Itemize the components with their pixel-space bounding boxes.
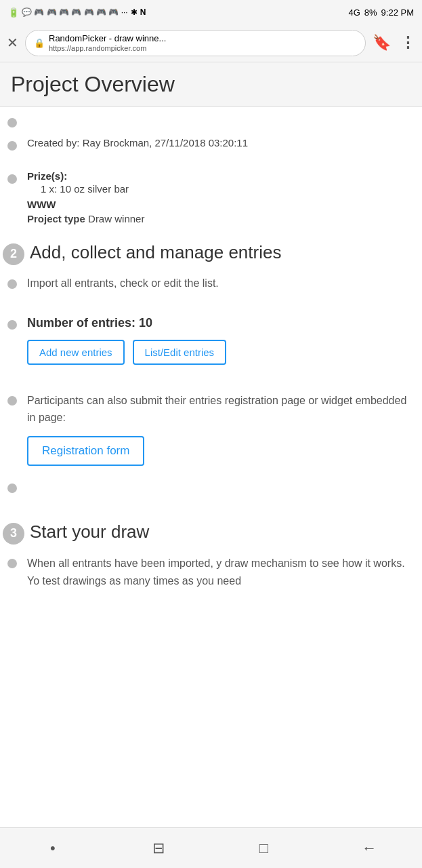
bluetooth-icon: ✱ bbox=[131, 7, 138, 17]
dot-row-1 bbox=[0, 107, 422, 134]
battery-icon: 🔋 bbox=[8, 7, 19, 18]
status-right: 4G 8% 9:22 PM bbox=[348, 7, 414, 18]
section-3-description: When all entrants have been imported, y … bbox=[27, 555, 411, 589]
bullet-dot bbox=[7, 396, 17, 406]
bullet-nav-icon[interactable]: • bbox=[36, 835, 70, 862]
bullet-dot bbox=[7, 174, 17, 184]
section2-desc-row: Import all entrants, check or edit the l… bbox=[0, 269, 422, 309]
entries-count-label: Number of entries: bbox=[27, 316, 135, 330]
lock-icon: 🔒 bbox=[34, 38, 45, 48]
project-type: Project type Draw winner bbox=[27, 213, 411, 224]
section-2-heading: Add, collect and manage entries bbox=[30, 242, 411, 263]
section-2-description: Import all entrants, check or edit the l… bbox=[27, 275, 411, 292]
bullet-dot bbox=[7, 279, 17, 289]
step-2-circle: 2 bbox=[3, 243, 24, 265]
bottom-nav: • ⊟ □ ← bbox=[0, 827, 422, 868]
entries-count-row: Number of entries: 10 Add new entries Li… bbox=[0, 309, 422, 385]
prizes-label: Prize(s): bbox=[27, 170, 411, 182]
section3-desc-row: When all entrants have been imported, y … bbox=[0, 548, 422, 596]
project-type-label: Project type bbox=[27, 213, 85, 224]
back-nav-icon[interactable]: ← bbox=[352, 835, 386, 862]
browser-bar: ✕ 🔒 RandomPicker - draw winne... https:/… bbox=[0, 24, 422, 62]
list-edit-entries-button[interactable]: List/Edit entries bbox=[133, 340, 227, 365]
page-tab-title: RandomPicker - draw winne... bbox=[49, 33, 166, 44]
step-3-row: 3 Start your draw bbox=[0, 511, 422, 548]
prize-item: 1 x: 10 oz silver bar bbox=[41, 183, 411, 195]
status-bar: 🔋 💬 🎮 🎮 🎮 🎮 🎮 🎮 🎮 ··· ✱ N 4G 8% 9:22 PM bbox=[0, 0, 422, 24]
page-title: Project Overview bbox=[11, 72, 411, 97]
section-3-heading: Start your draw bbox=[30, 521, 411, 542]
participants-text: Participants can also submit their entri… bbox=[27, 392, 411, 427]
project-type-value: Draw winner bbox=[88, 213, 144, 224]
spacer-row bbox=[0, 473, 422, 500]
bullet-dot bbox=[7, 559, 17, 568]
add-new-entries-button[interactable]: Add new entries bbox=[27, 340, 125, 365]
bookmark-icon[interactable]: 🔖 bbox=[373, 34, 391, 52]
time-display: 9:22 PM bbox=[381, 7, 414, 18]
more-options-icon[interactable]: ⋮ bbox=[400, 34, 415, 52]
page-title-bar: Project Overview bbox=[0, 62, 422, 107]
step-2-row: 2 Add, collect and manage entries bbox=[0, 231, 422, 269]
created-by-text: Created by: Ray Brockman, 27/11/2018 03:… bbox=[27, 137, 411, 149]
main-content: Created by: Ray Brockman, 27/11/2018 03:… bbox=[0, 107, 422, 616]
entries-count: Number of entries: 10 bbox=[27, 316, 411, 330]
signal-indicator: 4G bbox=[348, 7, 360, 18]
bullet-dot bbox=[7, 141, 17, 151]
created-row: Created by: Ray Brockman, 27/11/2018 03:… bbox=[0, 134, 422, 163]
browser-actions: 🔖 ⋮ bbox=[373, 34, 415, 52]
entries-buttons: Add new entries List/Edit entries bbox=[27, 340, 411, 365]
battery-percent: 8% bbox=[364, 7, 377, 18]
url-bar[interactable]: 🔒 RandomPicker - draw winne... https://a… bbox=[25, 30, 366, 56]
home-nav-icon[interactable]: □ bbox=[247, 835, 280, 862]
entries-count-value: 10 bbox=[139, 316, 152, 330]
prizes-row: Prize(s): 1 x: 10 oz silver bar WWW Proj… bbox=[0, 163, 422, 231]
nfc-icon: N bbox=[140, 7, 146, 17]
participants-row: Participants can also submit their entri… bbox=[0, 385, 422, 473]
bullet-dot bbox=[7, 118, 17, 127]
notification-icons: 💬 🎮 🎮 🎮 🎮 🎮 🎮 🎮 ··· bbox=[22, 7, 128, 17]
url-address: https://app.randompicker.com bbox=[49, 44, 166, 53]
status-left: 🔋 💬 🎮 🎮 🎮 🎮 🎮 🎮 🎮 ··· ✱ N bbox=[8, 7, 146, 18]
www-label: WWW bbox=[27, 199, 411, 210]
registration-form-button[interactable]: Registration form bbox=[27, 436, 144, 466]
step-3-circle: 3 bbox=[3, 523, 24, 545]
recents-nav-icon[interactable]: ⊟ bbox=[142, 835, 175, 862]
browser-close-button[interactable]: ✕ bbox=[7, 35, 18, 51]
bullet-dot bbox=[7, 484, 17, 493]
bullet-dot bbox=[7, 320, 17, 330]
